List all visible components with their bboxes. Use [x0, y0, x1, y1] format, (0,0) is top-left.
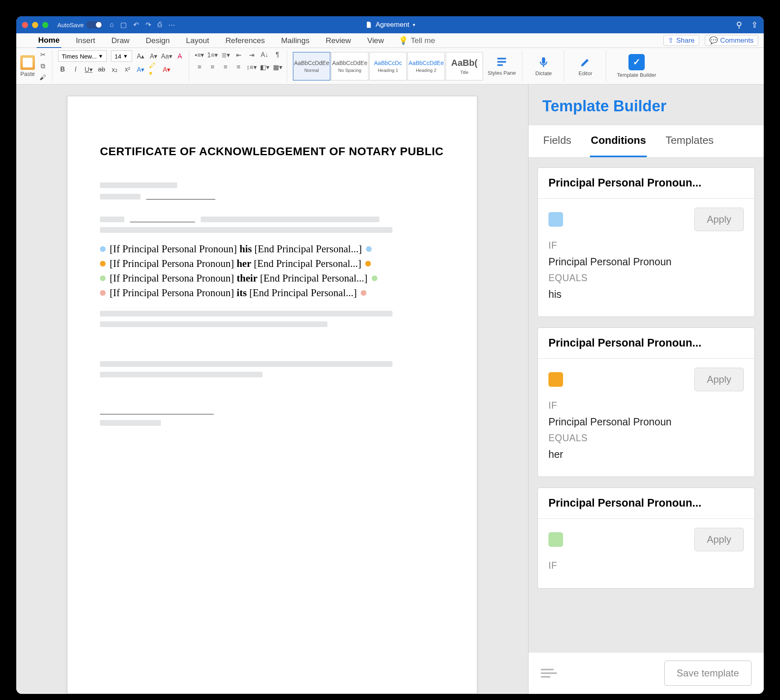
more-icon[interactable]: ⋯ — [168, 21, 175, 29]
share-icon[interactable]: ⇪ — [751, 20, 758, 30]
menu-design[interactable]: Design — [144, 34, 171, 48]
sidebar-body[interactable]: Principal Personal Pronoun... Apply IF P… — [529, 158, 764, 652]
align-left-icon[interactable]: ≡ — [195, 63, 204, 72]
dictate-button[interactable]: Dictate — [528, 56, 559, 76]
change-case-icon[interactable]: Aa▾ — [162, 52, 171, 61]
menu-home[interactable]: Home — [37, 33, 61, 48]
condition-value: her — [548, 449, 744, 460]
maximize-window-button[interactable] — [42, 22, 48, 28]
close-window-button[interactable] — [22, 22, 28, 28]
indent-left-icon[interactable]: ⇤ — [234, 50, 243, 59]
template-builder-icon — [628, 54, 645, 70]
tab-conditions[interactable]: Conditions — [590, 125, 647, 157]
document-canvas[interactable]: CERTIFICATE OF ACKNOWLEDGEMENT OF NOTARY… — [16, 85, 528, 694]
template-builder-button[interactable]: Template Builder — [614, 54, 659, 78]
tab-fields[interactable]: Fields — [542, 125, 572, 157]
copy-icon[interactable]: ⧉ — [38, 62, 47, 71]
save-icon[interactable]: ▢ — [120, 21, 127, 29]
italic-icon[interactable]: I — [71, 65, 80, 74]
menu-review[interactable]: Review — [324, 34, 353, 48]
subscript-icon[interactable]: x₂ — [110, 65, 119, 74]
bulb-icon: 💡 — [399, 36, 408, 45]
app-window: AutoSave ⌂ ▢ ↶ ↷ ⎙ ⋯ Agreement ▾ ⚲ ⇪ Hom… — [16, 16, 764, 694]
style-heading1[interactable]: AaBbCcDc Heading 1 — [369, 52, 407, 80]
increase-font-icon[interactable]: A▴ — [136, 52, 145, 61]
borders-icon[interactable]: ▦▾ — [273, 63, 282, 72]
show-marks-icon[interactable]: ¶ — [273, 50, 282, 59]
paste-label: Paste — [20, 71, 35, 77]
styles-pane-button[interactable]: Styles Pane — [486, 56, 517, 76]
font-family-select[interactable]: Times New...▾ — [58, 50, 107, 62]
menu-mailings[interactable]: Mailings — [280, 34, 311, 48]
style-gallery: AaBbCcDdEe Normal AaBbCcDdEe No Spacing … — [293, 52, 483, 80]
tab-templates[interactable]: Templates — [665, 125, 715, 157]
redo-icon[interactable]: ↷ — [145, 21, 151, 29]
apply-button[interactable]: Apply — [694, 368, 744, 391]
style-nospacing[interactable]: AaBbCcDdEe No Spacing — [331, 52, 368, 80]
search-icon[interactable]: ⚲ — [736, 20, 742, 30]
superscript-icon[interactable]: x² — [123, 65, 132, 74]
comments-button[interactable]: 💬 Comments — [705, 35, 758, 46]
chevron-down-icon[interactable]: ▾ — [413, 22, 415, 28]
condition-card[interactable]: Principal Personal Pronoun... Apply IF — [537, 488, 755, 589]
format-painter-icon[interactable]: 🖌 — [38, 73, 47, 82]
menu-layout[interactable]: Layout — [184, 34, 211, 48]
condition-line: [If Principal Persona Pronoun] her [End … — [100, 258, 444, 269]
sidebar-footer: Save template — [529, 652, 764, 694]
underline-icon[interactable]: U▾ — [84, 65, 93, 74]
paste-button[interactable]: Paste — [20, 55, 35, 77]
strikethrough-icon[interactable]: ab — [97, 65, 106, 74]
doc-icon — [365, 21, 372, 28]
share-button[interactable]: ⇧ Share — [663, 35, 699, 46]
menu-view[interactable]: View — [366, 34, 386, 48]
cond-value: her — [236, 258, 251, 269]
highlight-icon[interactable]: 🖍▾ — [149, 65, 158, 74]
condition-card[interactable]: Principal Personal Pronoun... Apply IF P… — [537, 327, 755, 477]
cond-value: its — [236, 287, 247, 298]
shading-icon[interactable]: ◧▾ — [260, 63, 269, 72]
cond-close: [End Principal Personal...] — [254, 243, 362, 254]
minimize-window-button[interactable] — [32, 22, 38, 28]
apply-button[interactable]: Apply — [694, 208, 744, 231]
justify-icon[interactable]: ≡ — [234, 63, 243, 72]
sort-icon[interactable]: A↓ — [260, 50, 269, 59]
if-label: IF — [548, 240, 744, 251]
indent-right-icon[interactable]: ⇥ — [247, 50, 256, 59]
style-heading2[interactable]: AaBbCcDdEe Heading 2 — [407, 52, 445, 80]
menu-references[interactable]: References — [224, 34, 266, 48]
clear-formatting-icon[interactable]: A̶ — [175, 52, 184, 61]
style-nospacing-label: No Spacing — [338, 68, 362, 73]
menu-draw[interactable]: Draw — [110, 34, 131, 48]
numbering-icon[interactable]: 1≡▾ — [208, 50, 217, 59]
editor-button[interactable]: Editor — [570, 56, 601, 76]
multilevel-icon[interactable]: ≣▾ — [221, 50, 230, 59]
cut-icon[interactable]: ✂ — [38, 50, 47, 59]
font-color-icon[interactable]: A▾ — [162, 65, 171, 74]
autosave-toggle[interactable] — [86, 21, 102, 28]
align-right-icon[interactable]: ≡ — [221, 63, 230, 72]
condition-marker — [100, 275, 106, 281]
text-effects-icon[interactable]: A▾ — [136, 65, 145, 74]
font-size-select[interactable]: 14▾ — [111, 50, 132, 62]
undo-icon[interactable]: ↶ — [133, 21, 139, 29]
condition-field: Principal Personal Pronoun — [548, 416, 744, 428]
home-icon[interactable]: ⌂ — [110, 21, 114, 29]
menu-insert[interactable]: Insert — [74, 34, 97, 48]
editor-icon — [579, 56, 592, 69]
bullets-icon[interactable]: •≡▾ — [195, 50, 204, 59]
line-spacing-icon[interactable]: ↕≡▾ — [247, 63, 256, 72]
condition-marker — [100, 261, 106, 267]
comment-icon: 💬 — [709, 36, 718, 45]
print-icon[interactable]: ⎙ — [158, 21, 162, 29]
condition-card[interactable]: Principal Personal Pronoun... Apply IF P… — [537, 167, 755, 317]
bold-icon[interactable]: B — [58, 65, 67, 74]
save-template-button[interactable]: Save template — [664, 661, 752, 686]
reorder-icon[interactable] — [541, 669, 557, 678]
decrease-font-icon[interactable]: A▾ — [149, 52, 158, 61]
style-title[interactable]: AaBb( Title — [446, 52, 483, 80]
align-center-icon[interactable]: ≡ — [208, 63, 217, 72]
tell-me-search[interactable]: 💡 Tell me — [399, 36, 435, 45]
apply-button[interactable]: Apply — [694, 528, 744, 551]
if-label: IF — [548, 400, 744, 411]
style-normal[interactable]: AaBbCcDdEe Normal — [293, 52, 330, 80]
